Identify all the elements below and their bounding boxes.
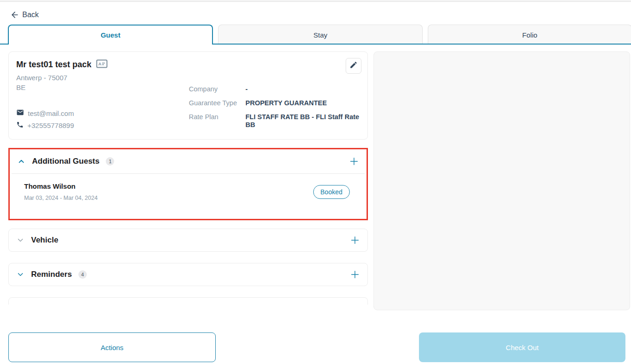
add-reminder-button[interactable]: [350, 269, 360, 280]
svg-text:A: A: [98, 62, 102, 66]
guest-email: test@mail.com: [28, 109, 74, 117]
pencil-icon: [349, 61, 358, 71]
guest-contact-block: test@mail.com +32555778899: [16, 109, 189, 132]
company-label: Company: [189, 85, 245, 93]
guest-details-column: Mr test01 test pack A Antwerp - 75007 BE…: [8, 51, 368, 305]
guarantee-type-value: PROPERTY GUARANTEE: [245, 99, 327, 107]
company-field: Company -: [189, 85, 360, 93]
check-out-button[interactable]: Check Out: [419, 332, 625, 362]
tab-folio[interactable]: Folio: [428, 25, 631, 45]
guest-country: BE: [16, 83, 189, 91]
back-label: Back: [22, 11, 39, 19]
tab-folio-label: Folio: [522, 31, 538, 39]
main-content: Mr test01 test pack A Antwerp - 75007 BE…: [0, 45, 631, 305]
phone-icon: [16, 121, 24, 130]
local-guest-details-section: Local Guest Details: [8, 297, 368, 305]
add-vehicle-button[interactable]: [350, 235, 360, 245]
red-highlight-annotation: Additional Guests 1 Thomas Wilson Mar 03…: [8, 148, 368, 220]
rate-plan-label: Rate Plan: [189, 113, 245, 129]
vehicle-section: Vehicle: [8, 229, 368, 252]
actions-button[interactable]: Actions: [8, 332, 216, 362]
detail-preview-panel: [373, 51, 630, 310]
company-value: -: [245, 85, 248, 93]
reminders-section: Reminders 4: [8, 263, 368, 286]
edit-guest-button[interactable]: [346, 58, 361, 74]
add-guest-button[interactable]: [349, 156, 359, 166]
guest-phone: +32555778899: [27, 121, 74, 129]
additional-guests-section: Additional Guests 1 Thomas Wilson Mar 03…: [10, 149, 367, 219]
rate-plan-field: Rate Plan FLI STAFF RATE BB - FLI Staff …: [189, 113, 360, 129]
arrow-left-icon: [10, 10, 19, 19]
tab-guest[interactable]: Guest: [8, 25, 213, 45]
local-guest-details-title: Local Guest Details: [31, 304, 104, 305]
tab-stay-label: Stay: [313, 31, 327, 39]
additional-guest-row[interactable]: Thomas Wilson Mar 03, 2024 - Mar 04, 202…: [10, 174, 367, 210]
additional-guest-name: Thomas Wilson: [24, 182, 97, 190]
reminders-title: Reminders: [31, 270, 72, 279]
back-button[interactable]: Back: [10, 10, 39, 19]
chevron-up-icon[interactable]: [17, 157, 26, 166]
reminders-count-badge: 4: [78, 270, 87, 279]
local-guest-details-header[interactable]: Local Guest Details: [9, 298, 367, 305]
window-top-strip: [0, 0, 631, 2]
guest-identity-block: Mr test01 test pack A Antwerp - 75007 BE…: [16, 59, 189, 132]
additional-guests-title: Additional Guests: [32, 157, 99, 166]
tab-stay[interactable]: Stay: [218, 25, 422, 45]
guest-name: Mr test01 test pack: [16, 60, 91, 70]
chevron-down-icon[interactable]: [16, 270, 25, 279]
guest-email-row: test@mail.com: [16, 109, 189, 118]
reservation-fields: Company - Guarantee Type PROPERTY GUARAN…: [189, 59, 360, 132]
reminders-header[interactable]: Reminders 4: [9, 263, 367, 286]
additional-guests-header[interactable]: Additional Guests 1: [10, 149, 367, 173]
id-card-icon: A: [96, 59, 108, 70]
chevron-down-icon[interactable]: [16, 236, 25, 244]
footer-bar: Actions Check Out: [0, 317, 631, 364]
email-icon: [16, 109, 24, 118]
additional-guests-count-badge: 1: [106, 157, 114, 166]
status-badge: Booked: [313, 185, 350, 199]
tab-bar: Guest Stay Folio: [0, 25, 631, 45]
rate-plan-value: FLI STAFF RATE BB - FLI Staff Rate BB: [245, 113, 360, 129]
additional-guest-dates: Mar 03, 2024 - Mar 04, 2024: [24, 195, 97, 201]
vehicle-header[interactable]: Vehicle: [9, 229, 367, 251]
vehicle-title: Vehicle: [31, 236, 58, 245]
guest-phone-row: +32555778899: [16, 121, 189, 130]
guest-address: Antwerp - 75007: [16, 74, 189, 82]
guest-summary-card: Mr test01 test pack A Antwerp - 75007 BE…: [8, 51, 368, 140]
guarantee-type-label: Guarantee Type: [189, 99, 245, 107]
tab-guest-label: Guest: [101, 31, 121, 39]
guarantee-type-field: Guarantee Type PROPERTY GUARANTEE: [189, 99, 360, 107]
